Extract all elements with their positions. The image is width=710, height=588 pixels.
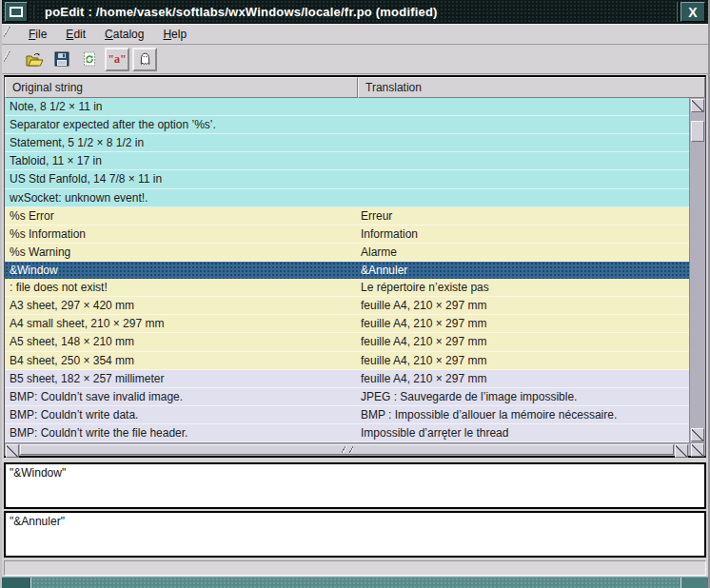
translation-cell: feuille A4, 210 × 297 mm [356,299,689,312]
original-cell: : file does not exist! [5,281,356,294]
system-menu-button[interactable] [5,2,28,22]
toolbar-gripper-handle[interactable] [4,51,10,67]
scroll-right-button[interactable] [675,444,688,458]
table-row[interactable]: B5 sheet, 182 × 257 millimeter feuille A… [5,370,689,388]
table-row[interactable]: BMP: Couldn’t write data. BMP : Impossib… [5,406,689,424]
original-cell: %s Information [5,227,356,241]
list-body: Note, 8 1/2 × 11 in Separator expected a… [5,98,705,442]
translation-cell: feuille A4, 210 × 297 mm [356,317,689,330]
scroll-down-button[interactable] [691,428,704,441]
resize-corner-right[interactable] [680,578,708,588]
original-cell: A3 sheet, 297 × 420 mm [5,299,356,312]
update-catalog-button[interactable] [77,48,102,71]
translation-cell: feuille A4, 210 × 297 mm [356,354,689,367]
translation-list: Note, 8 1/2 × 11 in Separator expected a… [5,98,689,442]
original-cell: Tabloid, 11 × 17 in [5,154,356,167]
resize-corner-left[interactable] [2,578,31,588]
quotes-toggle-button[interactable]: "a" [105,48,129,71]
original-string-field[interactable]: "&Window" [4,462,706,509]
table-row[interactable]: Statement, 5 1/2 × 8 1/2 in [5,134,689,152]
scroll-up-button[interactable] [691,99,704,112]
original-cell: US Std Fanfold, 14 7/8 × 11 in [5,172,356,186]
table-row[interactable]: US Std Fanfold, 14 7/8 × 11 in [5,170,689,188]
vertical-scroll-track[interactable] [690,142,705,427]
menu-items: File Edit Catalog Help [19,26,196,43]
original-cell: Statement, 5 1/2 × 8 1/2 in [5,136,356,149]
table-row[interactable]: : file does not exist! Le répertoire n’e… [5,279,689,297]
window-resize-border[interactable] [2,577,708,588]
table-row[interactable]: &Window &Annuler [5,262,689,279]
column-header-translation[interactable]: Translation [358,77,705,98]
close-button[interactable]: X [680,2,705,22]
table-row[interactable]: B4 sheet, 250 × 354 mm feuille A4, 210 ×… [5,352,689,370]
poedit-window: poEdit : /home/vasek/softlabs/wxWindows/… [0,0,710,588]
original-cell: BMP: Couldn’t save invalid image. [5,390,356,403]
titlebar-separator [677,2,678,22]
toolbar: "a" [2,45,708,74]
horizontal-scrollbar[interactable] [5,442,705,456]
title-bar[interactable]: poEdit : /home/vasek/softlabs/wxWindows/… [2,0,708,24]
translation-cell: feuille A4, 210 × 297 mm [356,372,689,385]
column-header-original[interactable]: Original string [5,77,358,98]
translation-cell: feuille A4, 210 × 297 mm [356,335,689,348]
table-row[interactable]: BMP: Couldn’t save invalid image. JPEG :… [5,388,689,406]
original-cell: B5 sheet, 182 × 257 millimeter [5,372,356,385]
original-cell: %s Error [5,209,356,223]
original-cell: A4 small sheet, 210 × 297 mm [5,317,356,330]
menu-item[interactable]: File [19,26,56,43]
table-row[interactable]: A4 small sheet, 210 × 297 mm feuille A4,… [5,315,689,333]
fuzzy-toggle-button[interactable] [132,48,157,71]
menu-item[interactable]: Edit [56,26,95,43]
open-folder-icon [26,52,44,67]
list-header: Original string Translation [5,77,705,98]
original-cell: wxSocket: unknown event!. [5,191,356,205]
table-row[interactable]: Note, 8 1/2 × 11 in [5,98,689,116]
translation-cell: Le répertoire n’existe pas [356,281,689,294]
table-row[interactable]: A5 sheet, 148 × 210 mm feuille A4, 210 ×… [5,333,689,351]
sheep-icon [137,51,153,67]
vertical-scroll-thumb[interactable] [691,121,704,142]
scroll-left-button[interactable] [6,444,19,458]
table-row[interactable]: Tabloid, 11 × 17 in [5,152,689,170]
table-row[interactable]: Separator expected after the option ’%s’… [5,116,689,134]
close-icon: X [688,6,697,19]
translation-cell: Information [356,227,689,241]
menu-item[interactable]: Help [153,26,196,43]
status-bar [4,560,706,576]
translation-cell: Impossible d’arręter le thread [356,426,689,440]
translation-cell: JPEG : Sauvegarde de l’image impossible. [356,390,689,403]
menubar-gripper-handle[interactable] [4,27,10,42]
table-row[interactable]: A3 sheet, 297 × 420 mm feuille A4, 210 ×… [5,297,689,315]
horizontal-scroll-thumb[interactable] [20,444,674,455]
window-icon [10,7,23,17]
translation-cell: Alarme [356,245,689,259]
save-floppy-icon [54,51,69,67]
translation-cell: &Annuler [356,264,689,277]
original-cell: Separator expected after the option ’%s’… [5,118,356,131]
menu-item[interactable]: Catalog [95,26,153,43]
original-cell: %s Warning [5,245,356,259]
translation-cell: Erreur [356,209,689,223]
scrollbar-corner [689,443,705,456]
translation-field[interactable]: "&Annuler" [4,511,706,558]
original-cell: BMP: Couldn’t write the file header. [5,426,356,440]
save-catalog-button[interactable] [49,48,74,71]
window-title: poEdit : /home/vasek/softlabs/wxWindows/… [33,5,677,19]
corner-resize-icon[interactable] [691,443,704,457]
original-cell: Note, 8 1/2 × 11 in [5,100,356,113]
original-cell: &Window [5,264,356,277]
table-row[interactable]: %s Warning Alarme [5,244,689,262]
quotes-icon: "a" [108,52,126,67]
open-catalog-button[interactable] [22,48,47,71]
table-row[interactable]: wxSocket: unknown event!. [5,189,689,207]
table-row[interactable]: %s Information Information [5,225,689,244]
vertical-scrollbar[interactable] [689,98,705,442]
original-cell: B4 sheet, 250 × 354 mm [5,354,356,367]
original-cell: BMP: Couldn’t write data. [5,408,356,421]
table-row[interactable]: %s Error Erreur [5,207,689,225]
translation-list-panel: Original string Translation Note, 8 1/2 … [4,75,706,458]
refresh-document-icon [82,51,97,67]
menu-bar: File Edit Catalog Help [2,24,708,45]
translation-cell: BMP : Impossible d’allouer la mémoire né… [356,408,689,421]
table-row[interactable]: BMP: Couldn’t write the file header. Imp… [5,424,689,442]
